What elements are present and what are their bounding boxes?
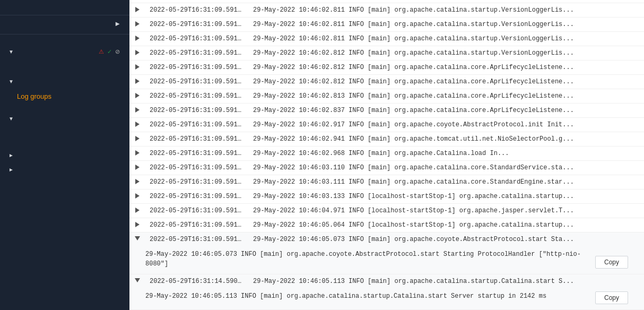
log-timestamp: 2022-05-29T16:31:09.591+05:30 — [145, 61, 249, 74]
expand-button[interactable] — [129, 75, 145, 87]
expand-button[interactable] — [129, 147, 145, 159]
table-row: 2022-05-29T16:31:14.590+05:3029-May-2022… — [129, 274, 644, 310]
log-timestamp: 2022-05-29T16:31:09.591+05:30 — [145, 132, 249, 146]
sidebar-group-alarms[interactable]: ▼ ⚠ ✓ ⊘ — [0, 44, 129, 59]
log-message: 29-May-2022 10:46:02.811 INFO [main] org… — [249, 18, 644, 31]
table-row: 2022-05-29T16:31:09.591+05:3029-May-2022… — [129, 175, 644, 190]
log-message: 29-May-2022 10:46:02.812 INFO [main] org… — [249, 75, 644, 89]
log-timestamp: 2022-05-29T16:31:09.591+05:30 — [145, 175, 249, 189]
log-timestamp: 2022-05-29T16:31:09.591+05:30 — [145, 190, 249, 203]
sidebar-item-all-metrics[interactable] — [0, 126, 129, 133]
log-timestamp: 2022-05-29T16:31:09.591+05:30 — [145, 18, 249, 31]
log-timestamp: 2022-05-29T16:31:09.591+05:30 — [145, 32, 249, 46]
log-message: 29-May-2022 10:46:02.812 INFO [main] org… — [249, 61, 644, 74]
expand-button[interactable] — [129, 3, 145, 15]
log-message: 29-May-2022 10:46:02.968 INFO [main] org… — [249, 147, 644, 160]
log-timestamp: 2022-05-29T16:31:09.591+05:30 — [145, 232, 249, 246]
sidebar-group-metrics[interactable]: ▼ — [0, 111, 129, 126]
log-table: 2022-05-29T16:31:09.591+05:3029-May-2022… — [129, 0, 644, 310]
chevron-down-icon-logs: ▼ — [8, 79, 14, 84]
sidebar-item-in-alarm[interactable] — [0, 59, 129, 67]
table-row: 2022-05-29T16:31:09.591+05:3029-May-2022… — [129, 218, 644, 232]
expand-button[interactable] — [129, 18, 145, 30]
chevron-right-icon-xray: ► — [8, 152, 14, 158]
log-expanded-text: 29-May-2022 10:46:05.073 INFO [main] org… — [145, 249, 587, 269]
expand-button[interactable] — [129, 161, 145, 173]
triangle-down-icon — [135, 278, 140, 282]
log-timestamp: 2022-05-29T16:31:09.591+05:30 — [145, 3, 249, 17]
expand-button[interactable] — [129, 104, 145, 116]
log-timestamp: 2022-05-29T16:31:09.591+05:30 — [145, 147, 249, 160]
triangle-right-icon — [135, 79, 140, 84]
table-row: 2022-05-29T16:31:09.591+05:3029-May-2022… — [129, 89, 644, 104]
sidebar-item-log-groups[interactable]: Log groups — [0, 89, 129, 104]
sidebar-group-logs[interactable]: ▼ — [0, 74, 129, 89]
sidebar-item-logs-insights[interactable] — [0, 104, 129, 111]
table-row: 2022-05-29T16:31:09.591+05:3029-May-2022… — [129, 61, 644, 75]
expand-button[interactable] — [129, 89, 145, 101]
chevron-down-icon: ▼ — [8, 49, 14, 55]
log-message: 29-May-2022 10:46:03.110 INFO [main] org… — [249, 161, 644, 175]
log-message: 29-May-2022 10:46:02.917 INFO [main] org… — [249, 118, 644, 132]
triangle-right-icon — [135, 136, 140, 141]
triangle-right-icon — [135, 107, 140, 113]
expand-button[interactable] — [129, 61, 145, 73]
triangle-right-icon — [135, 21, 140, 27]
expand-button[interactable] — [129, 218, 145, 230]
log-expanded-content: 29-May-2022 10:46:05.113 INFO [main] org… — [129, 288, 644, 309]
main-content: 2022-05-29T16:31:09.591+05:3029-May-2022… — [129, 0, 644, 310]
chevron-right-icon: ► — [114, 20, 121, 28]
table-row: 2022-05-29T16:31:09.591+05:3029-May-2022… — [129, 46, 644, 61]
triangle-right-icon — [135, 7, 140, 12]
expand-button[interactable] — [129, 274, 145, 286]
insufficient-icon: ⊘ — [115, 48, 120, 55]
sidebar-item-streams[interactable] — [0, 141, 129, 148]
expand-button[interactable] — [129, 46, 145, 58]
divider — [0, 34, 129, 35]
alarm-icon: ⚠ — [99, 48, 104, 55]
expand-button[interactable] — [129, 175, 145, 187]
sidebar-item-all-alarms[interactable] — [0, 67, 129, 74]
expand-button[interactable] — [129, 190, 145, 202]
log-expanded-text: 29-May-2022 10:46:05.113 INFO [main] org… — [145, 291, 587, 301]
log-message: 29-May-2022 10:46:05.064 INFO [localhost… — [249, 218, 644, 232]
copy-button[interactable]: Copy — [595, 256, 628, 269]
table-row: 2022-05-29T16:31:09.591+05:3029-May-2022… — [129, 104, 644, 118]
expand-button[interactable] — [129, 0, 145, 1]
table-row: 2022-05-29T16:31:09.591+05:3029-May-2022… — [129, 3, 644, 18]
log-expanded-content: 29-May-2022 10:46:05.073 INFO [main] org… — [129, 246, 644, 274]
expand-button[interactable] — [129, 118, 145, 130]
log-message: 29-May-2022 10:46:02.810 INFO [main] org… — [249, 0, 644, 3]
log-timestamp: 2022-05-29T16:31:09.591+05:30 — [145, 89, 249, 103]
log-message: 29-May-2022 10:46:04.971 INFO [localhost… — [249, 204, 644, 218]
log-timestamp: 2022-05-29T16:31:09.591+05:30 — [145, 204, 249, 218]
triangle-right-icon — [135, 93, 140, 98]
sidebar-item-explorer[interactable] — [0, 133, 129, 141]
expand-button[interactable] — [129, 132, 145, 144]
sidebar-group-xray[interactable]: ► — [0, 148, 129, 162]
triangle-down-icon — [135, 236, 140, 240]
log-timestamp: 2022-05-29T16:31:09.591+05:30 — [145, 0, 249, 3]
table-row: 2022-05-29T16:31:09.591+05:3029-May-2022… — [129, 147, 644, 161]
expand-button[interactable] — [129, 232, 145, 244]
triangle-right-icon — [135, 165, 140, 170]
table-row: 2022-05-29T16:31:09.591+05:3029-May-2022… — [129, 232, 644, 274]
triangle-right-icon — [135, 150, 140, 156]
sidebar: ► ▼ ⚠ ✓ ⊘ ▼ — [0, 0, 129, 310]
sidebar-header — [0, 0, 129, 15]
expand-button[interactable] — [129, 204, 145, 216]
log-timestamp: 2022-05-29T16:31:09.591+05:30 — [145, 218, 249, 232]
log-timestamp: 2022-05-29T16:31:09.591+05:30 — [145, 46, 249, 60]
sidebar-group-events[interactable]: ► — [0, 162, 129, 177]
copy-button[interactable]: Copy — [595, 291, 628, 304]
sidebar-item-favorites[interactable]: ► — [0, 15, 129, 32]
triangle-right-icon — [135, 193, 140, 199]
table-row: 2022-05-29T16:31:09.591+05:3029-May-2022… — [129, 32, 644, 46]
table-row: 2022-05-29T16:31:09.591+05:3029-May-2022… — [129, 75, 644, 89]
log-timestamp: 2022-05-29T16:31:09.591+05:30 — [145, 104, 249, 117]
sidebar-item-dashboards[interactable] — [0, 37, 129, 44]
alarm-badge-alarm: ⚠ — [99, 48, 105, 55]
chevron-down-icon-metrics: ▼ — [8, 116, 14, 122]
chevron-right-icon-events: ► — [8, 167, 14, 173]
expand-button[interactable] — [129, 32, 145, 44]
